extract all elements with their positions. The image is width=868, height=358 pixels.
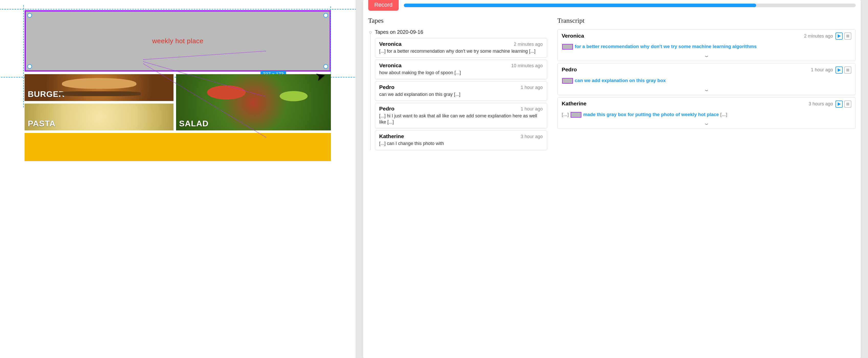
resize-handle-top-right[interactable]	[323, 13, 328, 18]
selected-element-label: weekly hot place	[152, 37, 204, 45]
stop-button[interactable]	[844, 32, 851, 40]
tape-body: [...] can I change this photo with	[379, 140, 543, 147]
food-grid: BURGER PASTA SALAD	[25, 74, 331, 130]
play-button[interactable]	[836, 32, 843, 40]
tape-author: Veronica	[379, 62, 402, 68]
play-button[interactable]	[836, 66, 843, 74]
timeline-dot-icon	[369, 31, 372, 33]
transcript-timestamp: 3 hours ago	[809, 101, 833, 107]
transcript-highlight: can we add explanation on this gray box	[562, 77, 851, 84]
transcript-timestamp: 1 hour ago	[811, 67, 833, 73]
tape-card[interactable]: Pedro1 hour agocan we add explanation on…	[375, 81, 547, 101]
canvas-area[interactable]: weekly hot place 337 × 173 BURGER PASTA …	[25, 10, 331, 161]
tape-timestamp: 1 hour ago	[521, 106, 543, 112]
tape-author: Pedro	[379, 106, 395, 112]
tape-body: how about making the logo of spoon [...]	[379, 70, 543, 76]
app-panel: Record Tapes Tapes on 2020-09-16 Veronic…	[356, 0, 868, 358]
chevron-down-icon: ⌄	[704, 87, 710, 92]
tape-card[interactable]: Pedro1 hour ago[...] hi I just want to a…	[375, 103, 547, 129]
transcript-card[interactable]: Katherine3 hours ago[...] made this gray…	[557, 97, 856, 129]
transcript-highlight: [...] made this gray box for putting the…	[562, 111, 851, 118]
tapes-heading: Tapes	[368, 17, 547, 25]
progress-bar[interactable]	[404, 4, 856, 7]
tape-card[interactable]: Veronica2 minutes ago[...] for a better …	[375, 38, 547, 58]
element-reference-chip[interactable]	[562, 44, 573, 50]
tile-salad[interactable]: SALAD	[176, 74, 331, 130]
tape-body: [...] hi I just want to ask that all lik…	[379, 113, 543, 125]
transcript-author: Pedro	[562, 66, 577, 73]
tape-author: Katherine	[379, 133, 404, 139]
expand-toggle[interactable]: ⌄	[562, 121, 851, 126]
expand-toggle[interactable]: ⌄	[562, 53, 851, 58]
guide-vertical-left	[23, 5, 24, 107]
tape-timestamp: 2 minutes ago	[514, 42, 543, 47]
tape-body: [...] for a better recommendation why do…	[379, 48, 543, 54]
tapes-column: Tapes Tapes on 2020-09-16 Veronica2 minu…	[363, 12, 552, 358]
transcript-author: Veronica	[562, 33, 584, 39]
svg-marker-4	[838, 102, 841, 106]
expand-toggle[interactable]: ⌄	[562, 87, 851, 92]
transcript-heading: Transcript	[557, 17, 856, 25]
tapes-date-label: Tapes on 2020-09-16	[375, 29, 547, 35]
yellow-placeholder-box[interactable]	[25, 133, 331, 161]
element-reference-chip[interactable]	[571, 112, 581, 118]
tape-body: can we add explanation on this gray [...…	[379, 91, 543, 97]
stop-button[interactable]	[844, 66, 851, 74]
resize-handle-top-left[interactable]	[27, 13, 32, 18]
svg-rect-3	[846, 68, 849, 71]
transcript-highlight: for a better recommendation why don't we…	[562, 43, 851, 50]
tile-pasta[interactable]: PASTA	[25, 104, 173, 130]
tape-author: Pedro	[379, 84, 395, 90]
stop-button[interactable]	[844, 100, 851, 108]
tape-timestamp: 10 minutes ago	[511, 63, 543, 68]
design-canvas-panel: weekly hot place 337 × 173 BURGER PASTA …	[0, 0, 356, 358]
progress-fill	[404, 4, 756, 7]
transcript-author: Katherine	[562, 100, 587, 107]
tape-card[interactable]: Veronica10 minutes agohow about making t…	[375, 60, 547, 79]
tape-card[interactable]: Katherine3 hour ago[...] can I change th…	[375, 130, 547, 150]
tape-author: Veronica	[379, 41, 402, 47]
tape-timestamp: 1 hour ago	[521, 85, 543, 90]
transcript-card[interactable]: Pedro1 hour ago can we add explanation o…	[557, 63, 856, 95]
tile-pasta-label: PASTA	[28, 119, 56, 128]
transcript-card[interactable]: Veronica2 minutes ago for a better recom…	[557, 29, 856, 61]
tile-burger[interactable]: BURGER	[25, 74, 173, 101]
transcript-column: Transcript Veronica2 minutes ago for a b…	[552, 12, 861, 358]
tapes-timeline: Tapes on 2020-09-16 Veronica2 minutes ag…	[368, 29, 547, 150]
topbar: Record	[363, 0, 861, 12]
tape-timestamp: 3 hour ago	[521, 134, 543, 139]
svg-marker-2	[838, 68, 841, 72]
tile-salad-label: SALAD	[179, 119, 209, 128]
chevron-down-icon: ⌄	[704, 121, 710, 126]
tile-burger-label: BURGER	[28, 90, 65, 99]
element-reference-chip[interactable]	[562, 78, 573, 84]
resize-handle-bottom-left[interactable]	[27, 64, 32, 69]
chevron-down-icon: ⌄	[704, 53, 710, 58]
svg-rect-1	[846, 35, 849, 37]
svg-marker-0	[838, 34, 841, 38]
play-button[interactable]	[836, 100, 843, 108]
selected-element-box[interactable]: weekly hot place 337 × 173	[25, 10, 331, 72]
resize-handle-bottom-right[interactable]	[323, 64, 328, 69]
svg-rect-5	[846, 102, 849, 105]
record-button[interactable]: Record	[368, 0, 399, 11]
transcript-timestamp: 2 minutes ago	[804, 33, 833, 39]
guide-horizontal-top	[0, 9, 392, 9]
